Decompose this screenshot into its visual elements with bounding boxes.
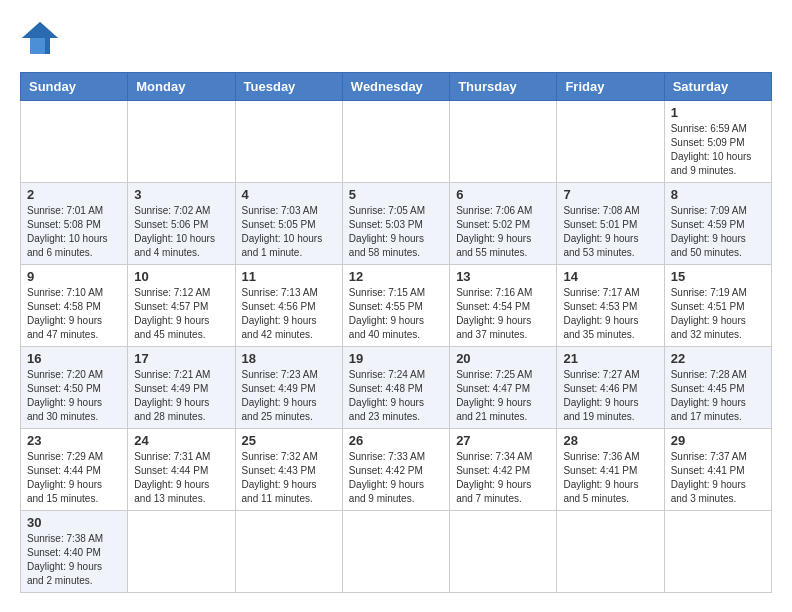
day-number: 18 xyxy=(242,351,336,366)
day-number: 1 xyxy=(671,105,765,120)
day-info: Sunrise: 7:13 AMSunset: 4:56 PMDaylight:… xyxy=(242,286,336,342)
calendar-cell: 7Sunrise: 7:08 AMSunset: 5:01 PMDaylight… xyxy=(557,183,664,265)
day-number: 8 xyxy=(671,187,765,202)
calendar-cell: 29Sunrise: 7:37 AMSunset: 4:41 PMDayligh… xyxy=(664,429,771,511)
week-row-1: 2Sunrise: 7:01 AMSunset: 5:08 PMDaylight… xyxy=(21,183,772,265)
day-info: Sunrise: 7:25 AMSunset: 4:47 PMDaylight:… xyxy=(456,368,550,424)
calendar-cell: 9Sunrise: 7:10 AMSunset: 4:58 PMDaylight… xyxy=(21,265,128,347)
week-row-0: 1Sunrise: 6:59 AMSunset: 5:09 PMDaylight… xyxy=(21,101,772,183)
day-number: 7 xyxy=(563,187,657,202)
day-number: 12 xyxy=(349,269,443,284)
header-row: SundayMondayTuesdayWednesdayThursdayFrid… xyxy=(21,73,772,101)
calendar-cell: 24Sunrise: 7:31 AMSunset: 4:44 PMDayligh… xyxy=(128,429,235,511)
calendar-cell: 21Sunrise: 7:27 AMSunset: 4:46 PMDayligh… xyxy=(557,347,664,429)
calendar-cell: 4Sunrise: 7:03 AMSunset: 5:05 PMDaylight… xyxy=(235,183,342,265)
calendar-cell: 6Sunrise: 7:06 AMSunset: 5:02 PMDaylight… xyxy=(450,183,557,265)
day-number: 20 xyxy=(456,351,550,366)
calendar-cell: 19Sunrise: 7:24 AMSunset: 4:48 PMDayligh… xyxy=(342,347,449,429)
logo-icon xyxy=(20,20,60,56)
day-info: Sunrise: 6:59 AMSunset: 5:09 PMDaylight:… xyxy=(671,122,765,178)
calendar-cell: 17Sunrise: 7:21 AMSunset: 4:49 PMDayligh… xyxy=(128,347,235,429)
day-info: Sunrise: 7:36 AMSunset: 4:41 PMDaylight:… xyxy=(563,450,657,506)
day-number: 11 xyxy=(242,269,336,284)
day-info: Sunrise: 7:16 AMSunset: 4:54 PMDaylight:… xyxy=(456,286,550,342)
day-number: 13 xyxy=(456,269,550,284)
day-info: Sunrise: 7:27 AMSunset: 4:46 PMDaylight:… xyxy=(563,368,657,424)
calendar-cell xyxy=(450,511,557,593)
calendar-cell xyxy=(450,101,557,183)
calendar-cell xyxy=(128,101,235,183)
calendar: SundayMondayTuesdayWednesdayThursdayFrid… xyxy=(20,72,772,593)
header-day-wednesday: Wednesday xyxy=(342,73,449,101)
day-info: Sunrise: 7:38 AMSunset: 4:40 PMDaylight:… xyxy=(27,532,121,588)
calendar-header: SundayMondayTuesdayWednesdayThursdayFrid… xyxy=(21,73,772,101)
calendar-cell: 20Sunrise: 7:25 AMSunset: 4:47 PMDayligh… xyxy=(450,347,557,429)
day-info: Sunrise: 7:23 AMSunset: 4:49 PMDaylight:… xyxy=(242,368,336,424)
calendar-cell: 27Sunrise: 7:34 AMSunset: 4:42 PMDayligh… xyxy=(450,429,557,511)
day-info: Sunrise: 7:37 AMSunset: 4:41 PMDaylight:… xyxy=(671,450,765,506)
day-info: Sunrise: 7:02 AMSunset: 5:06 PMDaylight:… xyxy=(134,204,228,260)
calendar-cell xyxy=(128,511,235,593)
day-number: 23 xyxy=(27,433,121,448)
calendar-cell: 8Sunrise: 7:09 AMSunset: 4:59 PMDaylight… xyxy=(664,183,771,265)
day-number: 30 xyxy=(27,515,121,530)
header-day-tuesday: Tuesday xyxy=(235,73,342,101)
calendar-cell xyxy=(342,511,449,593)
day-number: 21 xyxy=(563,351,657,366)
header-day-friday: Friday xyxy=(557,73,664,101)
day-number: 5 xyxy=(349,187,443,202)
day-info: Sunrise: 7:09 AMSunset: 4:59 PMDaylight:… xyxy=(671,204,765,260)
calendar-cell xyxy=(235,101,342,183)
day-info: Sunrise: 7:19 AMSunset: 4:51 PMDaylight:… xyxy=(671,286,765,342)
day-number: 19 xyxy=(349,351,443,366)
calendar-cell: 15Sunrise: 7:19 AMSunset: 4:51 PMDayligh… xyxy=(664,265,771,347)
day-info: Sunrise: 7:21 AMSunset: 4:49 PMDaylight:… xyxy=(134,368,228,424)
day-info: Sunrise: 7:24 AMSunset: 4:48 PMDaylight:… xyxy=(349,368,443,424)
week-row-3: 16Sunrise: 7:20 AMSunset: 4:50 PMDayligh… xyxy=(21,347,772,429)
header-day-saturday: Saturday xyxy=(664,73,771,101)
calendar-cell xyxy=(342,101,449,183)
calendar-cell: 22Sunrise: 7:28 AMSunset: 4:45 PMDayligh… xyxy=(664,347,771,429)
day-number: 15 xyxy=(671,269,765,284)
calendar-cell xyxy=(235,511,342,593)
calendar-cell: 10Sunrise: 7:12 AMSunset: 4:57 PMDayligh… xyxy=(128,265,235,347)
header-day-monday: Monday xyxy=(128,73,235,101)
calendar-cell xyxy=(557,511,664,593)
header xyxy=(20,20,772,56)
calendar-body: 1Sunrise: 6:59 AMSunset: 5:09 PMDaylight… xyxy=(21,101,772,593)
day-number: 26 xyxy=(349,433,443,448)
calendar-cell: 1Sunrise: 6:59 AMSunset: 5:09 PMDaylight… xyxy=(664,101,771,183)
day-number: 27 xyxy=(456,433,550,448)
day-number: 24 xyxy=(134,433,228,448)
calendar-cell: 3Sunrise: 7:02 AMSunset: 5:06 PMDaylight… xyxy=(128,183,235,265)
day-info: Sunrise: 7:32 AMSunset: 4:43 PMDaylight:… xyxy=(242,450,336,506)
day-number: 16 xyxy=(27,351,121,366)
day-info: Sunrise: 7:29 AMSunset: 4:44 PMDaylight:… xyxy=(27,450,121,506)
calendar-cell xyxy=(664,511,771,593)
calendar-cell xyxy=(557,101,664,183)
day-info: Sunrise: 7:08 AMSunset: 5:01 PMDaylight:… xyxy=(563,204,657,260)
calendar-cell: 2Sunrise: 7:01 AMSunset: 5:08 PMDaylight… xyxy=(21,183,128,265)
day-info: Sunrise: 7:10 AMSunset: 4:58 PMDaylight:… xyxy=(27,286,121,342)
day-number: 9 xyxy=(27,269,121,284)
day-number: 10 xyxy=(134,269,228,284)
day-number: 2 xyxy=(27,187,121,202)
day-info: Sunrise: 7:15 AMSunset: 4:55 PMDaylight:… xyxy=(349,286,443,342)
week-row-2: 9Sunrise: 7:10 AMSunset: 4:58 PMDaylight… xyxy=(21,265,772,347)
day-number: 3 xyxy=(134,187,228,202)
calendar-cell: 26Sunrise: 7:33 AMSunset: 4:42 PMDayligh… xyxy=(342,429,449,511)
day-info: Sunrise: 7:31 AMSunset: 4:44 PMDaylight:… xyxy=(134,450,228,506)
day-info: Sunrise: 7:12 AMSunset: 4:57 PMDaylight:… xyxy=(134,286,228,342)
day-number: 17 xyxy=(134,351,228,366)
logo xyxy=(20,20,66,56)
day-info: Sunrise: 7:34 AMSunset: 4:42 PMDaylight:… xyxy=(456,450,550,506)
week-row-4: 23Sunrise: 7:29 AMSunset: 4:44 PMDayligh… xyxy=(21,429,772,511)
day-info: Sunrise: 7:28 AMSunset: 4:45 PMDaylight:… xyxy=(671,368,765,424)
calendar-cell: 13Sunrise: 7:16 AMSunset: 4:54 PMDayligh… xyxy=(450,265,557,347)
day-number: 4 xyxy=(242,187,336,202)
day-number: 29 xyxy=(671,433,765,448)
calendar-cell: 18Sunrise: 7:23 AMSunset: 4:49 PMDayligh… xyxy=(235,347,342,429)
day-number: 6 xyxy=(456,187,550,202)
header-day-sunday: Sunday xyxy=(21,73,128,101)
day-info: Sunrise: 7:05 AMSunset: 5:03 PMDaylight:… xyxy=(349,204,443,260)
